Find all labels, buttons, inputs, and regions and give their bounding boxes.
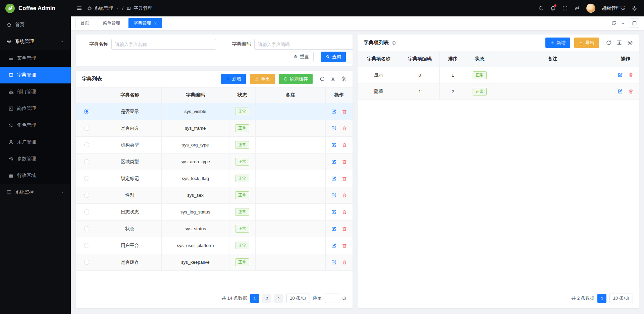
export-dict-button[interactable]: 导出 [250,74,275,84]
sidebar-item-user-management[interactable]: 用户管理 [0,134,71,150]
row-radio[interactable] [84,159,89,164]
sidebar-item-home[interactable]: 首页 [0,16,71,33]
refresh-cache-button[interactable]: 刷新缓存 [279,74,313,84]
translate-icon[interactable] [574,5,580,11]
next-page-button[interactable] [274,294,283,303]
row-radio[interactable] [84,126,89,131]
fullscreen-icon[interactable] [562,5,568,11]
table-row[interactable]: 性别 sys_sex 正常 [76,187,353,204]
table-row[interactable]: 是否缓存 sys_keepalive 正常 [76,254,353,271]
tab-home[interactable]: 首页 [75,18,94,28]
delete-icon[interactable] [342,209,347,215]
edit-icon[interactable] [331,243,336,248]
row-radio[interactable] [84,243,89,248]
sidebar-item-menu-management[interactable]: 菜单管理 [0,50,71,67]
table-row[interactable]: 是否内嵌 sys_frame 正常 [76,120,353,137]
dict-name-cell: 是否内嵌 [98,120,162,137]
add-dict-button[interactable]: 新增 [221,74,246,84]
close-icon[interactable] [154,21,157,25]
query-button[interactable]: 查询 [321,52,346,62]
page-button-1[interactable]: 1 [250,294,259,303]
edit-icon[interactable] [331,193,336,198]
id-badge-icon [8,106,14,111]
sliders-icon [8,156,14,162]
reset-button[interactable]: 重置 [289,52,314,62]
settings-gear-icon[interactable] [632,5,637,11]
delete-icon[interactable] [628,72,634,78]
row-radio[interactable] [84,209,89,214]
row-radio[interactable] [84,142,89,147]
delete-icon[interactable] [342,109,347,114]
sidebar-item-role-management[interactable]: 角色管理 [0,117,71,134]
row-radio[interactable] [84,176,89,181]
delete-icon[interactable] [342,142,347,148]
table-row[interactable]: 是否显示 sys_visible 正常 [76,103,353,120]
table-row[interactable]: 隐藏 1 2 正常 [358,83,639,100]
edit-icon[interactable] [331,260,336,265]
dict-name-input[interactable] [111,39,216,50]
table-row[interactable]: 状态 sys_status 正常 [76,221,353,237]
delete-icon[interactable] [342,226,347,232]
dict-code-input[interactable] [254,39,353,50]
page-button-2[interactable]: 2 [262,294,271,303]
column-settings-gear-icon[interactable] [627,40,633,46]
column-settings-gear-icon[interactable] [341,76,346,82]
search-icon[interactable] [538,5,544,11]
sidebar-item-admin-region[interactable]: 行政区域 [0,167,71,184]
delete-icon[interactable] [628,89,634,94]
refresh-icon[interactable] [611,20,616,26]
page-jump-input[interactable] [325,294,339,303]
refresh-icon[interactable] [606,40,611,46]
sidebar-item-post-management[interactable]: 岗位管理 [0,100,71,117]
delete-icon[interactable] [342,126,347,131]
add-dict-item-button[interactable]: 新增 [545,38,570,48]
sidebar-item-system-monitor[interactable]: 系统监控 [0,184,71,201]
delete-icon[interactable] [342,176,347,181]
row-radio[interactable] [84,226,89,231]
table-row[interactable]: 锁定标记 sys_lock_flag 正常 [76,170,353,187]
sidebar-item-system-management[interactable]: 系统管理 [0,33,71,50]
collapse-sidebar-icon[interactable] [76,5,82,11]
sidebar-item-dept-management[interactable]: 部门管理 [0,83,71,100]
edit-icon[interactable] [618,89,623,94]
edit-icon[interactable] [331,159,336,165]
row-radio[interactable] [84,109,89,114]
table-row[interactable]: 区域类型 sys_area_type 正常 [76,153,353,170]
edit-icon[interactable] [331,176,336,181]
page-button-1[interactable]: 1 [597,294,606,303]
table-row[interactable]: 显示 0 1 正常 [358,67,639,83]
tab-dict-management[interactable]: 字典管理 [128,18,162,28]
delete-icon[interactable] [342,243,347,248]
layout-icon[interactable] [630,18,639,28]
table-row[interactable]: 机构类型 sys_org_type 正常 [76,137,353,153]
table-row[interactable]: 日志状态 sys_log_status 正常 [76,204,353,221]
row-radio[interactable] [84,193,89,198]
delete-icon[interactable] [342,260,347,265]
notification-bell-icon[interactable] [550,5,556,11]
info-icon[interactable] [391,41,396,45]
sidebar-item-dict-management[interactable]: 字典管理 [0,67,71,83]
refresh-icon[interactable] [319,76,325,82]
breadcrumb-level1[interactable]: 系统管理 [94,5,113,11]
page-size-select[interactable]: 10 条/页 [609,294,633,303]
edit-icon[interactable] [331,142,336,148]
density-icon[interactable] [616,40,622,46]
page-size-select[interactable]: 10 条/页 [286,294,310,303]
sidebar-item-param-management[interactable]: 参数管理 [0,150,71,167]
edit-icon[interactable] [331,126,336,131]
edit-icon[interactable] [331,209,336,215]
tab-menu-management[interactable]: 菜单管理 [98,18,125,28]
density-icon[interactable] [330,76,336,82]
delete-icon[interactable] [342,159,347,165]
table-row[interactable]: 用户平台 sys_user_platform 正常 [76,237,353,254]
dict-code-cell: sys_frame [162,120,229,137]
user-name[interactable]: 超级管理员 [602,5,625,11]
delete-icon[interactable] [342,193,347,198]
chevron-down-icon[interactable] [621,21,625,25]
edit-icon[interactable] [618,72,623,78]
avatar[interactable] [586,4,595,13]
row-radio[interactable] [84,260,89,265]
export-dict-items-button[interactable]: 导出 [574,38,599,48]
edit-icon[interactable] [331,109,336,114]
edit-icon[interactable] [331,226,336,232]
